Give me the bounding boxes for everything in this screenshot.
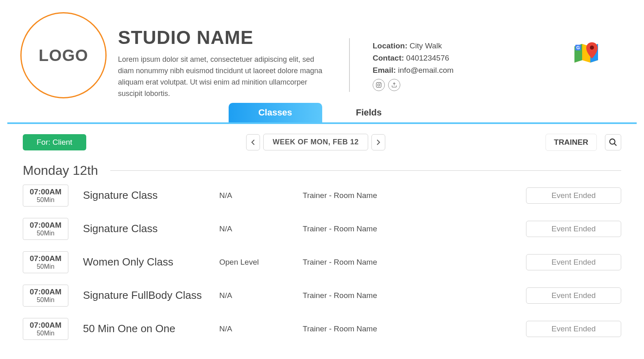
for-client-button[interactable]: For: Client [23, 134, 86, 150]
class-level: N/A [219, 191, 303, 200]
email-line: Email: info@email.com [373, 66, 562, 75]
email-value: info@email.com [398, 66, 454, 74]
contact-value: 0401234576 [406, 54, 449, 62]
schedule-list: 07:00AM50MinSignature ClassN/ATrainer - … [0, 180, 644, 340]
studio-name: STUDIO NAME [118, 26, 330, 48]
event-status-button[interactable]: Event Ended [526, 221, 621, 237]
trainer-room: Trainer - Room Name [303, 291, 404, 300]
contact-label: Contact: [373, 54, 404, 62]
class-name: Signature FullBody Class [83, 289, 219, 302]
prev-week-button[interactable] [246, 134, 260, 150]
class-time: 07:00AM [23, 221, 68, 230]
day-divider [110, 170, 621, 171]
tabs-bar: Classes Fields [0, 103, 644, 124]
tabs: Classes Fields [0, 103, 644, 122]
schedule-row: 07:00AM50MinSignature FullBody ClassN/AT… [23, 285, 621, 307]
day-title: Monday 12th [23, 163, 98, 178]
class-duration: 50Min [23, 263, 68, 270]
day-header: Monday 12th [0, 155, 644, 180]
trainer-room: Trainer - Room Name [303, 224, 404, 233]
time-box: 07:00AM50Min [23, 285, 68, 307]
class-duration: 50Min [23, 196, 68, 204]
header: LOGO STUDIO NAME Lorem ipsum dolor sit a… [0, 0, 644, 100]
event-status-button[interactable]: Event Ended [526, 287, 621, 304]
logo-circle: LOGO [20, 12, 107, 98]
chevron-left-icon [251, 139, 255, 146]
svg-rect-0 [376, 83, 381, 87]
class-time: 07:00AM [23, 187, 68, 196]
week-controls: WEEK OF MON, FEB 12 [246, 134, 385, 150]
svg-line-10 [614, 143, 617, 146]
studio-description: Lorem ipsum dolor sit amet, consectetuer… [118, 54, 330, 100]
socials [373, 79, 562, 91]
instagram-icon[interactable] [373, 79, 385, 91]
location-value: City Walk [410, 41, 442, 50]
svg-point-2 [380, 83, 380, 84]
svg-point-8 [590, 46, 594, 50]
tab-classes[interactable]: Classes [229, 103, 322, 122]
trainer-room: Trainer - Room Name [303, 258, 404, 267]
class-level: N/A [219, 291, 303, 300]
contact-line: Contact: 0401234576 [373, 54, 562, 63]
time-box: 07:00AM50Min [23, 218, 68, 240]
class-time: 07:00AM [23, 321, 68, 330]
class-level: N/A [219, 224, 303, 233]
event-status-button[interactable]: Event Ended [526, 187, 621, 204]
location-label: Location: [373, 41, 408, 50]
schedule-row: 07:00AM50MinSignature ClassN/ATrainer - … [23, 185, 621, 207]
trainer-room: Trainer - Room Name [303, 191, 404, 200]
event-status-button[interactable]: Event Ended [526, 254, 621, 270]
class-level: Open Level [219, 258, 303, 267]
next-week-button[interactable] [371, 134, 385, 150]
schedule-row: 07:00AM50MinWomen Only ClassOpen LevelTr… [23, 251, 621, 273]
search-icon [609, 138, 618, 147]
vertical-divider [349, 38, 350, 92]
svg-text:G: G [576, 45, 580, 50]
chevron-right-icon [376, 139, 381, 146]
controls-bar: For: Client WEEK OF MON, FEB 12 TRAINER [0, 124, 644, 155]
google-maps-icon[interactable]: G [573, 12, 624, 67]
class-name: Signature Class [83, 189, 219, 202]
email-label: Email: [373, 66, 396, 74]
class-time: 07:00AM [23, 254, 68, 263]
tab-fields[interactable]: Fields [322, 103, 416, 122]
time-box: 07:00AM50Min [23, 185, 68, 207]
time-box: 07:00AM50Min [23, 251, 68, 273]
share-icon[interactable] [388, 79, 400, 91]
tab-fields-label: Fields [356, 107, 382, 118]
class-name: 50 Min One on One [83, 322, 219, 335]
class-time: 07:00AM [23, 287, 68, 296]
contact-block: Location: City Walk Contact: 0401234576 … [361, 12, 562, 91]
class-duration: 50Min [23, 330, 68, 337]
search-button[interactable] [605, 134, 621, 150]
location-line: Location: City Walk [373, 41, 562, 50]
logo-text: LOGO [39, 46, 88, 65]
tab-underline [7, 122, 637, 124]
right-controls: TRAINER [546, 134, 621, 151]
class-duration: 50Min [23, 296, 68, 304]
schedule-row: 07:00AM50MinSignature ClassN/ATrainer - … [23, 218, 621, 240]
trainer-filter-button[interactable]: TRAINER [546, 134, 597, 151]
event-status-button[interactable]: Event Ended [526, 321, 621, 337]
time-box: 07:00AM50Min [23, 318, 68, 340]
svg-point-9 [610, 139, 615, 144]
schedule-row: 07:00AM50Min50 Min One on OneN/ATrainer … [23, 318, 621, 340]
class-duration: 50Min [23, 230, 68, 237]
class-level: N/A [219, 324, 303, 333]
studio-block: STUDIO NAME Lorem ipsum dolor sit amet, … [118, 12, 330, 100]
class-name: Women Only Class [83, 256, 219, 268]
class-name: Signature Class [83, 222, 219, 235]
tab-classes-label: Classes [258, 107, 292, 118]
trainer-room: Trainer - Room Name [303, 324, 404, 333]
svg-point-1 [378, 84, 380, 86]
week-label[interactable]: WEEK OF MON, FEB 12 [263, 134, 368, 150]
